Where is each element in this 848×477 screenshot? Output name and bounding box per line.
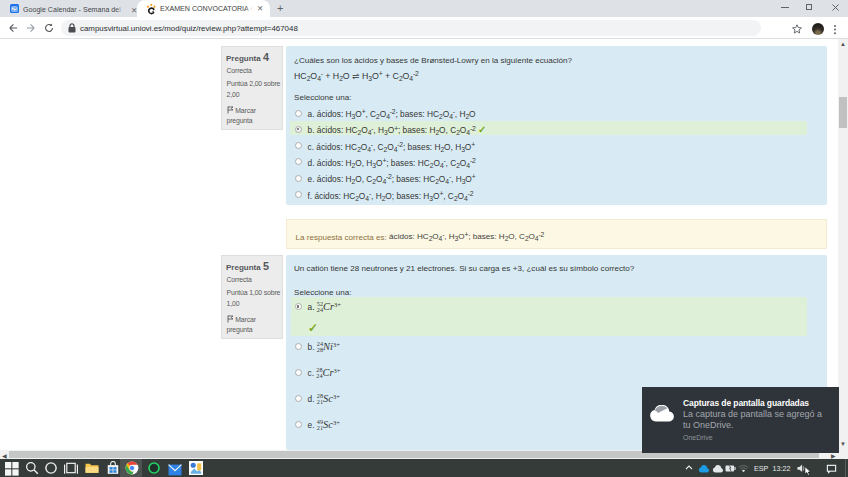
- svg-text:25: 25: [12, 6, 18, 12]
